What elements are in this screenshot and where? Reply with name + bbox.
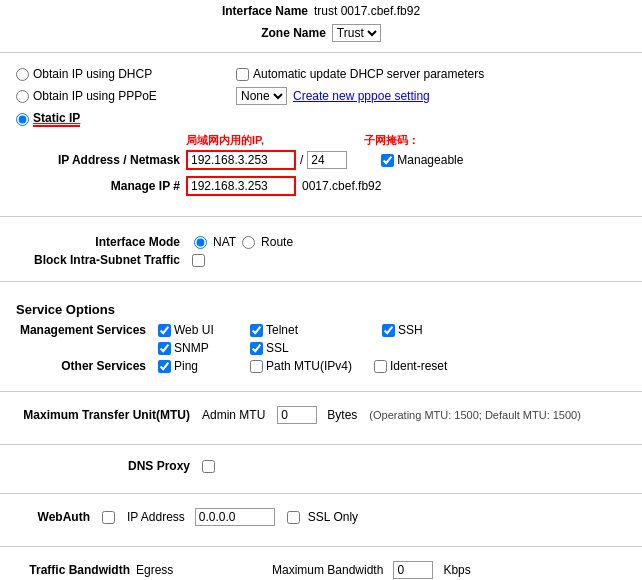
ip-address-row: IP Address / Netmask / Manageable xyxy=(16,150,626,170)
telnet-checkbox[interactable] xyxy=(250,324,263,337)
block-intra-checkbox[interactable] xyxy=(192,254,205,267)
zone-name-row: Zone Name Trust xyxy=(0,22,642,44)
mtu-section: Maximum Transfer Unit(MTU) Admin MTU Byt… xyxy=(0,400,642,436)
webauth-row: WebAuth IP Address SSL Only xyxy=(16,508,626,526)
web-ui-checkbox[interactable] xyxy=(158,324,171,337)
manage-id-value: 0017.cbef.fb92 xyxy=(302,179,381,193)
pppoe-row: Obtain IP using PPPoE None Create new pp… xyxy=(16,87,626,105)
mtu-input[interactable] xyxy=(277,406,317,424)
webauth-section: WebAuth IP Address SSL Only xyxy=(0,502,642,538)
pppoe-label: Obtain IP using PPPoE xyxy=(33,89,157,103)
ssl-only-checkbox[interactable] xyxy=(287,511,300,524)
static-ip-radio[interactable] xyxy=(16,113,29,126)
interface-mode-section: Interface Mode NAT Route Block Intra-Sub… xyxy=(0,225,642,273)
ssh-label: SSH xyxy=(398,323,423,337)
egress-row: Egress Maximum Bandwidth Kbps xyxy=(136,561,471,579)
pppoe-radio[interactable] xyxy=(16,90,29,103)
ssl-only-label: SSL Only xyxy=(308,510,358,524)
nat-label: NAT xyxy=(213,235,236,249)
block-intra-row: Block Intra-Subnet Traffic xyxy=(16,253,626,267)
ping-label: Ping xyxy=(174,359,198,373)
block-intra-label: Block Intra-Subnet Traffic xyxy=(34,253,180,267)
web-ui-label: Web UI xyxy=(174,323,214,337)
chinese-local-ip-label: 局域网内用的IP, xyxy=(186,133,264,148)
traffic-bandwidth-label: Traffic Bandwidth xyxy=(29,563,130,577)
create-pppoe-link[interactable]: Create new pppoe setting xyxy=(293,89,430,103)
route-label: Route xyxy=(261,235,293,249)
interface-mode-row: Interface Mode NAT Route xyxy=(16,235,626,249)
webauth-ip-input[interactable] xyxy=(195,508,275,526)
management-label: Management Services xyxy=(16,323,146,337)
max-bandwidth-label-egress: Maximum Bandwidth xyxy=(272,563,383,577)
ssl-label: SSL xyxy=(266,341,289,355)
interface-name-label: Interface Name xyxy=(222,4,308,18)
interface-mode-label: Interface Mode xyxy=(95,235,180,249)
bytes-label: Bytes xyxy=(327,408,357,422)
dhcp-row: Obtain IP using DHCP Automatic update DH… xyxy=(16,67,626,81)
ssl-checkbox[interactable] xyxy=(250,342,263,355)
main-container: Interface Name trust 0017.cbef.fb92 Zone… xyxy=(0,0,642,580)
service-options-header: Service Options xyxy=(16,302,626,317)
mtu-note: (Operating MTU: 1500; Default MTU: 1500) xyxy=(369,409,581,421)
zone-name-select[interactable]: Trust xyxy=(332,24,381,42)
ident-reset-item: Ident-reset xyxy=(374,359,454,373)
kbps-label-egress: Kbps xyxy=(443,563,470,577)
path-mtu-checkbox[interactable] xyxy=(250,360,263,373)
interface-name-row: Interface Name trust 0017.cbef.fb92 xyxy=(0,0,642,22)
ssh-checkbox[interactable] xyxy=(382,324,395,337)
manageable-label: Manageable xyxy=(397,153,463,167)
dns-proxy-checkbox[interactable] xyxy=(202,460,215,473)
service-options-section: Service Options Management Services Web … xyxy=(0,290,642,383)
chinese-subnet-label: 子网掩码： xyxy=(364,133,419,148)
management-services-row2: SNMP SSL xyxy=(16,341,626,355)
telnet-item: Telnet xyxy=(250,323,330,337)
manageable-checkbox[interactable] xyxy=(381,154,394,167)
ip-config-section: Obtain IP using DHCP Automatic update DH… xyxy=(0,61,642,208)
bandwidth-rows: Egress Maximum Bandwidth Kbps Ingress Ma… xyxy=(136,561,471,580)
snmp-label: SNMP xyxy=(174,341,209,355)
other-services-row: Other Services Ping Path MTU(IPv4) Ident… xyxy=(16,359,626,373)
webauth-label: WebAuth xyxy=(38,510,90,524)
ping-item: Ping xyxy=(158,359,238,373)
route-radio[interactable] xyxy=(242,236,255,249)
path-mtu-label: Path MTU(IPv4) xyxy=(266,359,352,373)
manage-ip-input[interactable] xyxy=(186,176,296,196)
egress-bandwidth-input[interactable] xyxy=(393,561,433,579)
ssh-item: SSH xyxy=(382,323,462,337)
manage-ip-row: Manage IP # 0017.cbef.fb92 xyxy=(16,176,626,196)
pppoe-none-select[interactable]: None xyxy=(236,87,287,105)
webauth-ip-label: IP Address xyxy=(127,510,185,524)
path-mtu-item: Path MTU(IPv4) xyxy=(250,359,352,373)
traffic-bandwidth-section: Traffic Bandwidth Egress Maximum Bandwid… xyxy=(0,555,642,580)
ip-address-input[interactable] xyxy=(186,150,296,170)
webauth-checkbox[interactable] xyxy=(102,511,115,524)
ident-reset-checkbox[interactable] xyxy=(374,360,387,373)
dns-row: DNS Proxy xyxy=(16,459,626,473)
static-ip-label: Static IP xyxy=(33,111,80,127)
web-ui-item: Web UI xyxy=(158,323,238,337)
dns-proxy-label: DNS Proxy xyxy=(128,459,190,473)
egress-label: Egress xyxy=(136,563,186,577)
manage-ip-label: Manage IP # xyxy=(111,179,180,193)
auto-update-checkbox[interactable] xyxy=(236,68,249,81)
netmask-input[interactable] xyxy=(307,151,347,169)
dns-proxy-section: DNS Proxy xyxy=(0,453,642,485)
telnet-label: Telnet xyxy=(266,323,298,337)
auto-update-label: Automatic update DHCP server parameters xyxy=(253,67,484,81)
other-services-label: Other Services xyxy=(16,359,146,373)
ip-address-label: IP Address / Netmask xyxy=(58,153,180,167)
dhcp-radio[interactable] xyxy=(16,68,29,81)
ident-reset-label: Ident-reset xyxy=(390,359,447,373)
snmp-item: SNMP xyxy=(158,341,238,355)
zone-name-label: Zone Name xyxy=(261,26,326,40)
nat-radio[interactable] xyxy=(194,236,207,249)
snmp-checkbox[interactable] xyxy=(158,342,171,355)
static-ip-row: Static IP xyxy=(16,111,626,127)
dhcp-label: Obtain IP using DHCP xyxy=(33,67,152,81)
ping-checkbox[interactable] xyxy=(158,360,171,373)
mtu-row: Maximum Transfer Unit(MTU) Admin MTU Byt… xyxy=(16,406,626,424)
ssl-item: SSL xyxy=(250,341,330,355)
interface-name-value: trust 0017.cbef.fb92 xyxy=(314,4,420,18)
chinese-labels-row: 局域网内用的IP, 子网掩码： xyxy=(186,133,626,148)
bandwidth-container: Traffic Bandwidth Egress Maximum Bandwid… xyxy=(16,561,626,580)
